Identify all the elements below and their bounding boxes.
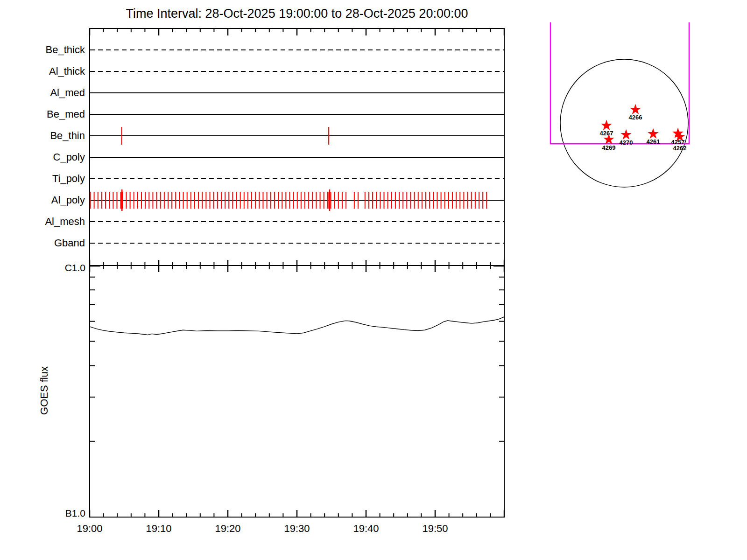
active-region-star-4261	[648, 128, 659, 139]
fov-box	[550, 22, 689, 144]
filter-label-ti_poly: Ti_poly	[14, 173, 85, 185]
active-region-star-4267	[601, 120, 612, 131]
goes-y-top-label: C1.0	[49, 262, 85, 273]
goes-flux-curve	[90, 317, 504, 335]
goes-y-bottom-label: B1.0	[49, 508, 85, 519]
axis-ticks	[90, 28, 504, 517]
filter-label-al_mesh: Al_mesh	[14, 216, 85, 228]
time-tick-label-1910: 19:10	[138, 523, 180, 535]
filter-label-be_med: Be_med	[14, 108, 85, 120]
filter-label-be_thin: Be_thin	[14, 130, 85, 142]
filter-label-c_poly: C_poly	[14, 151, 85, 163]
sun-map	[550, 22, 689, 187]
filter-label-gband: Gband	[14, 237, 85, 249]
active-region-star-4266	[630, 104, 641, 115]
filter-label-al_poly: Al_poly	[14, 194, 85, 206]
time-tick-label-1940: 19:40	[345, 523, 387, 535]
time-tick-label-1930: 19:30	[276, 523, 318, 535]
active-region-label-4266: 4266	[622, 114, 648, 121]
filter-label-be_thick: Be_thick	[14, 44, 85, 56]
plot-canvas	[0, 0, 747, 560]
time-tick-label-1900: 19:00	[69, 523, 111, 535]
xrt-goes-observation-page: Time Interval: 28-Oct-2025 19:00:00 to 2…	[0, 0, 747, 560]
solar-disk-circle	[560, 59, 688, 187]
goes-curve-group	[90, 317, 504, 335]
filter-lines	[90, 50, 504, 243]
time-tick-label-1950: 19:50	[414, 523, 456, 535]
filter-label-al_med: Al_med	[14, 87, 85, 99]
exposure-ticks	[90, 127, 486, 211]
goes-y-axis-title: GOES flux	[38, 344, 50, 437]
filter-panel-border	[90, 28, 504, 266]
active-region-star-4270	[620, 129, 632, 140]
active-region-label-4267: 4267	[593, 130, 620, 137]
active-region-label-4269: 4269	[596, 144, 622, 151]
active-region-label-4262: 4262	[667, 145, 693, 152]
filter-label-al_thick: Al_thick	[14, 65, 85, 77]
time-tick-label-1920: 19:20	[207, 523, 249, 535]
goes-panel-border	[90, 266, 504, 517]
panel-borders	[90, 28, 504, 517]
active-region-label-4261: 4261	[640, 138, 666, 145]
